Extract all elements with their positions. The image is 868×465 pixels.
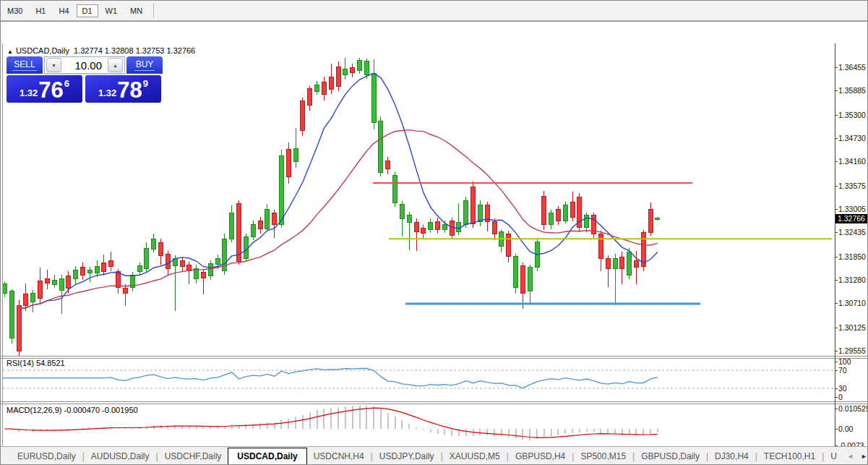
macd-axis-label: 0.00 <box>838 425 853 433</box>
symbol-tab-gbpusd[interactable]: GBPUSD,Daily <box>635 449 706 464</box>
macd-indicator-chart[interactable] <box>3 404 835 450</box>
price-axis-label: 1.30710 <box>838 299 866 307</box>
chart-left-border <box>2 43 3 450</box>
timeframe-button-h4[interactable]: H4 <box>53 4 74 17</box>
price-axis-tick <box>835 280 838 281</box>
symbol-tab-usdcad[interactable]: USDCAD,Daily <box>228 448 306 465</box>
price-axis-tick <box>835 257 838 257</box>
trading-platform-window: M30H1H4D1W1MN ▲USDCAD,Daily 1.32774 1.32… <box>0 0 868 465</box>
price-axis-tick <box>835 209 838 210</box>
rsi-axis-label: 0 <box>838 393 843 401</box>
rsi-indicator-chart[interactable] <box>3 357 835 401</box>
symbol-tab-eurusd[interactable]: EURUSD,Daily <box>11 449 82 464</box>
rsi-axis-tick <box>835 370 838 371</box>
price-axis-tick <box>835 328 838 328</box>
price-axis-label: 1.33005 <box>838 205 866 213</box>
price-axis-tick <box>835 67 838 68</box>
current-price-tag: 1.32766 <box>835 214 868 223</box>
ma-fast-line <box>19 73 658 309</box>
symbol-tab-audusd[interactable]: AUDUSD,Daily <box>85 449 156 464</box>
timeframe-button-m30[interactable]: M30 <box>1 4 28 17</box>
symbol-tab-dj30[interactable]: DJ30,H4 <box>708 449 755 464</box>
price-axis-tick <box>835 186 838 187</box>
symbol-tab-bar: EURUSD,Daily|AUDUSD,Daily|USDCHF,DailyUS… <box>1 446 868 465</box>
price-axis-label: 1.36455 <box>838 63 866 72</box>
timeframe-button-h1[interactable]: H1 <box>30 4 51 17</box>
macd-axis-tick <box>835 409 838 409</box>
symbol-tab-xauusd[interactable]: XAUUSD,M5 <box>443 449 507 464</box>
price-axis-label: 1.30125 <box>838 323 866 332</box>
price-axis-label: 1.35885 <box>838 86 866 95</box>
price-axis-label: 1.33575 <box>838 182 866 190</box>
rsi-line <box>3 368 658 388</box>
scroll-right-icon[interactable]: ► <box>857 451 868 461</box>
ma-slow-line <box>19 130 658 309</box>
symbol-tab-usdchf[interactable]: USDCHF,Daily <box>158 449 228 464</box>
candlestick-series <box>3 58 660 356</box>
main-price-chart[interactable] <box>3 43 835 356</box>
symbol-tab-usdjpy[interactable]: USDJPY,Daily <box>373 449 441 464</box>
timeframe-button-d1[interactable]: D1 <box>77 4 98 17</box>
symbol-tab-sp500[interactable]: SP500,M15 <box>574 449 632 464</box>
price-axis-label: 1.35300 <box>838 111 866 119</box>
macd-axis-tick <box>835 429 838 430</box>
tab-scroll-arrows: ◄► <box>843 451 868 461</box>
panel-separator[interactable] <box>1 356 868 357</box>
scroll-left-icon[interactable]: ◄ <box>843 451 857 461</box>
panel-separator <box>1 404 868 404</box>
macd-histogram <box>4 406 658 440</box>
rsi-axis-label: 100 <box>838 357 851 366</box>
rsi-axis-tick <box>835 388 838 389</box>
price-axis-tick <box>835 232 838 233</box>
price-axis-label: 1.34730 <box>838 134 866 142</box>
rsi-axis-label: 70 <box>838 366 847 375</box>
timeframe-button-mn[interactable]: MN <box>124 4 148 17</box>
price-axis-tick <box>835 138 838 139</box>
panel-separator[interactable] <box>1 401 868 402</box>
symbol-tab-usdcnh[interactable]: USDCNH,H4 <box>307 449 371 464</box>
symbol-tab-tech100[interactable]: TECH100,H1 <box>757 449 822 464</box>
panel-separator <box>1 358 868 359</box>
price-axis-tick <box>835 161 838 162</box>
price-axis-tick <box>835 115 838 116</box>
price-axis-label: 1.31280 <box>838 276 866 284</box>
chart-window: ▲USDCAD,Daily 1.32774 1.32808 1.32753 1.… <box>1 21 868 446</box>
price-axis-label: 1.32435 <box>838 228 866 236</box>
price-axis-label: 1.29555 <box>838 346 866 355</box>
macd-axis-label: 0.010525 <box>838 404 868 413</box>
symbol-tab-gbpusd[interactable]: GBPUSD,H4 <box>509 449 572 464</box>
price-axis-tick <box>835 351 838 351</box>
timeframe-button-w1[interactable]: W1 <box>100 4 124 17</box>
price-axis-tick <box>835 90 838 91</box>
rsi-axis-tick <box>835 397 838 398</box>
timeframe-toolbar: M30H1H4D1W1MN <box>1 1 868 21</box>
price-axis-tick <box>835 303 838 304</box>
toolbar-divider <box>153 4 154 18</box>
price-axis-label: 1.34160 <box>838 157 866 166</box>
price-axis-label: 1.31850 <box>838 252 866 261</box>
symbol-tab-u[interactable]: U <box>824 449 843 464</box>
rsi-axis-label: 30 <box>838 384 847 393</box>
rsi-axis-tick <box>835 362 838 362</box>
